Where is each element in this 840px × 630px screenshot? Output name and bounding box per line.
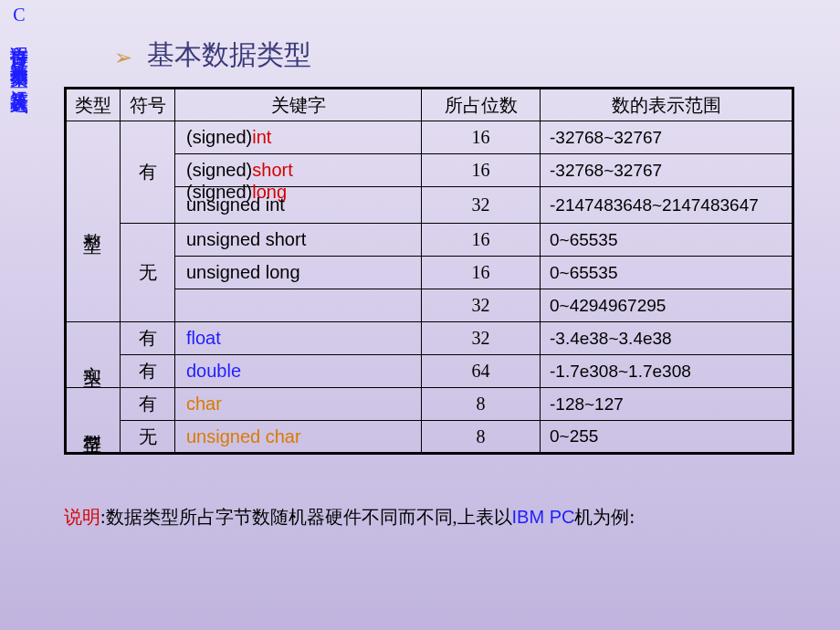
sign-yes-char: 有 — [121, 388, 175, 421]
kw-double: double — [175, 355, 422, 388]
type-char: 字符型 — [66, 388, 121, 454]
bits-unsigned-short: 16 — [422, 257, 541, 289]
sign-no-int: 无 — [121, 224, 175, 322]
sign-yes-double: 有 — [121, 355, 175, 388]
table-row: 整型 有 (signed)int 16 -32768~32767 — [66, 121, 793, 154]
bits-signed-int: 16 — [422, 121, 541, 154]
table-row: (signed)long unsigned int 32 -2147483648… — [66, 187, 793, 224]
kw-unsigned-long: unsigned long — [175, 257, 422, 289]
kw-char: char — [175, 388, 422, 421]
table-row: 有 double 64 -1.7e308~1.7e308 — [66, 355, 793, 388]
type-int: 整型 — [66, 121, 121, 322]
kw-unsigned-short: unsigned short — [175, 224, 422, 257]
sidebar-c: C — [13, 4, 25, 26]
title-text: 基本数据类型 — [147, 39, 311, 69]
kw-float: float — [175, 322, 422, 355]
kw-signed-long-overlap: (signed)long unsigned int — [175, 187, 422, 224]
range-unsigned-char: 0~255 — [541, 421, 793, 454]
header-sign: 符号 — [121, 89, 175, 121]
table-row: 实型 有 float 32 -3.4e38~3.4e38 — [66, 322, 793, 355]
range-float: -3.4e38~3.4e38 — [541, 322, 793, 355]
data-type-table: 类型 符号 关键字 所占位数 数的表示范围 整型 有 (signed)int 1… — [64, 87, 794, 455]
kw-unsigned-char: unsigned char — [175, 421, 422, 454]
table-row: (signed)short 16 -32768~32767 — [66, 154, 793, 187]
sidebar-line1: 语言程序设计 — [8, 32, 31, 37]
range-unsigned-int: 0~65535 — [541, 224, 793, 257]
footnote: 说明:数据类型所占字节数随机器硬件不同而不同,上表以IBM PC机为例: — [64, 505, 635, 530]
range-signed-int: -32768~32767 — [541, 121, 793, 154]
table-row: 32 0~4294967295 — [66, 289, 793, 322]
header-bits: 所占位数 — [422, 89, 541, 121]
bits-double: 64 — [422, 355, 541, 388]
sign-yes-float: 有 — [121, 322, 175, 355]
bits-unsigned-int: 16 — [422, 224, 541, 257]
range-signed-long: -2147483648~2147483647 — [541, 187, 793, 224]
range-char: -128~127 — [541, 388, 793, 421]
note-tail: 机为例: — [574, 507, 635, 527]
table-header-row: 类型 符号 关键字 所占位数 数的表示范围 — [66, 89, 793, 121]
table-row: 无 unsigned short 16 0~65535 — [66, 224, 793, 257]
header-type: 类型 — [66, 89, 121, 121]
note-ibm: IBM PC — [512, 507, 575, 527]
table-row: 字符型 有 char 8 -128~127 — [66, 388, 793, 421]
note-label: 说明 — [64, 507, 100, 527]
table-row: unsigned long 16 0~65535 — [66, 257, 793, 289]
sign-no-char: 无 — [121, 421, 175, 454]
bits-unsigned-long: 32 — [422, 289, 541, 322]
note-text: :数据类型所占字节数随机器硬件不同而不同,上表以 — [100, 507, 512, 527]
range-unsigned-short: 0~65535 — [541, 257, 793, 289]
table-row: 无 unsigned char 8 0~255 — [66, 421, 793, 454]
bullet-arrow-icon: ➢ — [114, 46, 132, 69]
bits-float: 32 — [422, 322, 541, 355]
header-range: 数的表示范围 — [541, 89, 793, 121]
page-title: ➢ 基本数据类型 — [114, 37, 311, 74]
bits-signed-long: 32 — [422, 187, 541, 224]
sign-yes-int: 有 — [121, 121, 175, 224]
kw-empty — [175, 289, 422, 322]
sidebar-line2: 第二章基本数据类型、运算符及表达式 — [8, 48, 31, 82]
type-real: 实型 — [66, 322, 121, 388]
bits-char: 8 — [422, 388, 541, 421]
bits-signed-short: 16 — [422, 154, 541, 187]
kw-signed-int: (signed)int — [175, 121, 422, 154]
bits-unsigned-char: 8 — [422, 421, 541, 454]
range-unsigned-long: 0~4294967295 — [541, 289, 793, 322]
range-signed-short: -32768~32767 — [541, 154, 793, 187]
header-keyword: 关键字 — [175, 89, 422, 121]
sidebar: C 语言程序设计 第二章基本数据类型、运算符及表达式 — [0, 0, 38, 630]
range-double: -1.7e308~1.7e308 — [541, 355, 793, 388]
